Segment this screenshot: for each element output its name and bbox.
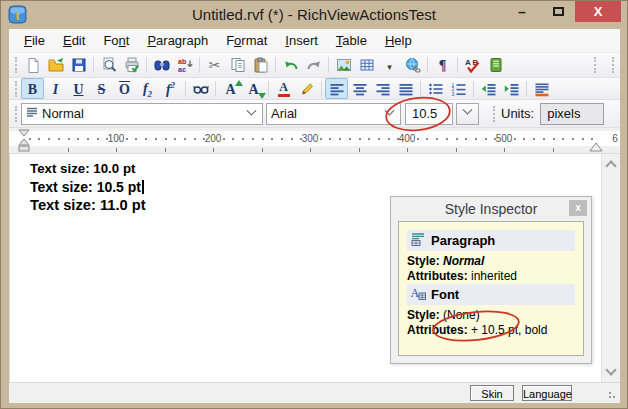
font-name-combo[interactable]: Arial — [266, 103, 401, 125]
paragraph-style-combo[interactable]: Normal — [21, 103, 263, 125]
indent-markers[interactable] — [17, 129, 33, 154]
redo-button[interactable] — [302, 55, 325, 76]
toolbar-separator — [526, 81, 527, 97]
highlight-pencil-button[interactable] — [295, 78, 318, 99]
menu-item-file[interactable]: File — [15, 30, 54, 51]
ruler-label: 100 — [108, 133, 125, 144]
ruler-dot — [194, 138, 196, 140]
menu-item-help[interactable]: Help — [376, 30, 421, 51]
ruler-dot — [184, 138, 186, 140]
increase-indent-button[interactable] — [500, 78, 523, 99]
overline-icon: O — [119, 80, 130, 98]
ruler-dot — [446, 138, 448, 140]
readability-glasses-button[interactable] — [189, 78, 212, 99]
italic-button[interactable]: I — [44, 78, 67, 99]
bold-button[interactable]: B — [21, 78, 44, 99]
vertical-scrollbar[interactable] — [601, 154, 620, 382]
print-preview-button[interactable] — [97, 55, 120, 76]
ruler-dot — [378, 138, 380, 140]
close-button[interactable]: X — [575, 1, 621, 22]
paragraph-style-icon — [26, 106, 38, 121]
toolbar-separator — [275, 57, 276, 73]
ruler-dot — [271, 138, 273, 140]
menu-item-format[interactable]: Format — [217, 30, 276, 51]
strikethrough-button[interactable]: S — [90, 78, 113, 99]
formatting-marks-button[interactable]: ¶ — [431, 55, 454, 76]
new-document-button[interactable] — [21, 55, 44, 76]
ruler-dot — [436, 138, 438, 140]
align-left-button[interactable] — [325, 78, 348, 99]
insert-picture-icon — [336, 57, 352, 73]
language-button[interactable]: Language — [522, 385, 572, 401]
align-justify-button[interactable] — [394, 78, 417, 99]
superscript-icon: f2 — [166, 80, 175, 98]
paragraph-color-button[interactable] — [530, 78, 553, 99]
toolbar-separator — [473, 81, 474, 97]
find-button[interactable] — [150, 55, 173, 76]
save-button[interactable] — [67, 55, 90, 76]
scroll-up-icon[interactable] — [605, 160, 616, 171]
insert-table-button[interactable] — [355, 55, 378, 76]
grow-font-button[interactable]: A — [219, 78, 242, 99]
shrink-font-button[interactable]: A — [242, 78, 265, 99]
units-combo[interactable]: pixels — [540, 103, 604, 125]
decrease-indent-button[interactable] — [477, 78, 500, 99]
scroll-down-icon[interactable] — [605, 364, 616, 375]
underline-button[interactable]: U — [67, 78, 90, 99]
superscript-button[interactable]: f2 — [159, 78, 182, 99]
document-editor[interactable]: Style Inspector x ParagraphStyle: Normal… — [9, 154, 620, 382]
spellcheck-button[interactable]: AB — [461, 55, 484, 76]
toolbar-separator — [427, 57, 428, 73]
thesaurus-book-button[interactable] — [484, 55, 507, 76]
style-inspector-header[interactable]: Style Inspector x — [391, 197, 591, 221]
style-inspector-body: ParagraphStyle: NormalAttributes: inheri… — [398, 221, 584, 356]
menu-item-table[interactable]: Table — [327, 30, 376, 51]
menu-item-paragraph[interactable]: Paragraph — [138, 30, 217, 51]
font-color-button[interactable]: A — [272, 78, 295, 99]
chevron-down-icon — [463, 105, 473, 115]
font-size-input[interactable]: 10.5 — [405, 103, 453, 125]
toolbar-grip[interactable] — [594, 57, 596, 73]
copy-button[interactable] — [226, 55, 249, 76]
ruler-tick — [553, 148, 554, 152]
ruler-tick — [262, 148, 263, 152]
undo-button[interactable] — [279, 55, 302, 76]
align-center-button[interactable] — [348, 78, 371, 99]
bullet-list-button[interactable] — [424, 78, 447, 99]
table-dropdown-button[interactable]: ▾ — [378, 55, 401, 76]
menu-item-font[interactable]: Font — [94, 30, 138, 51]
font-size-dropdown-button[interactable] — [456, 103, 479, 125]
menu-item-insert[interactable]: Insert — [276, 30, 327, 51]
insert-picture-button[interactable] — [332, 55, 355, 76]
toolbar-grip[interactable] — [493, 106, 495, 122]
save-icon — [71, 57, 87, 73]
toolbar-grip[interactable] — [612, 57, 614, 73]
menu-item-edit[interactable]: Edit — [54, 30, 94, 51]
skin-button[interactable]: Skin — [470, 385, 514, 401]
style-inspector-close-button[interactable]: x — [569, 200, 587, 216]
print-button[interactable] — [120, 55, 143, 76]
toolbar-grip[interactable] — [15, 106, 17, 122]
ruler-dot — [523, 138, 525, 140]
right-indent-marker[interactable] — [589, 142, 603, 152]
maximize-button[interactable] — [545, 1, 571, 22]
resize-grip[interactable] — [608, 391, 618, 401]
numbered-list-button[interactable]: 123 — [447, 78, 470, 99]
ruler: 6 100200300400500 — [9, 128, 620, 154]
toolbar-grip[interactable] — [15, 57, 17, 73]
title-bar[interactable]: t Untitled.rvf (*) - RichViewActionsTest… — [1, 1, 627, 29]
replace-button[interactable]: abac — [173, 55, 196, 76]
document-text-line: Text size: 10.0 pt — [30, 161, 135, 176]
open-folder-button[interactable] — [44, 55, 67, 76]
overline-button[interactable]: O — [113, 78, 136, 99]
minimize-button[interactable]: – — [509, 1, 535, 22]
cut-button[interactable]: ✂ — [203, 55, 226, 76]
ruler-dot — [58, 138, 60, 140]
insert-hyperlink-button[interactable] — [401, 55, 424, 76]
ruler-dot — [38, 138, 40, 140]
align-right-button[interactable] — [371, 78, 394, 99]
paste-button[interactable] — [249, 55, 272, 76]
subscript-button[interactable]: f2 — [136, 78, 159, 99]
toolbar-grip[interactable] — [15, 81, 17, 97]
inspector-row-label: Style: — [407, 308, 440, 322]
